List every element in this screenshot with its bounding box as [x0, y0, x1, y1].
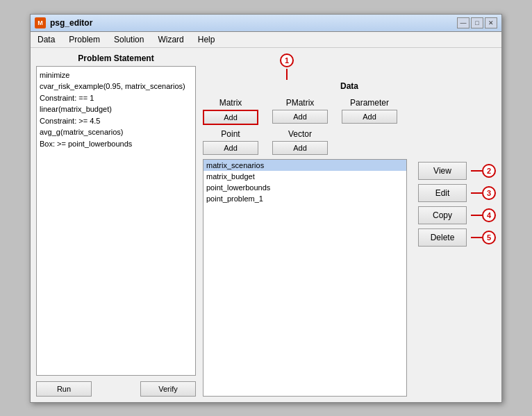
point-label: Point — [221, 129, 240, 139]
parameter-col: Parameter Add — [342, 98, 397, 125]
ps-line-3: Constraint: == 1 — [40, 92, 192, 104]
pmatrix-label: PMatrix — [286, 98, 315, 108]
matrix-label: Matrix — [219, 98, 242, 108]
window-controls: — □ ✕ — [457, 17, 497, 28]
content-area: Problem Statement minimize cvar_risk_exa… — [31, 48, 501, 402]
problem-statement-text: minimize cvar_risk_example(0.95, matrix_… — [36, 66, 196, 376]
close-button[interactable]: ✕ — [485, 17, 497, 28]
menu-wizard[interactable]: Wizard — [155, 33, 186, 46]
view-btn-wrap: View 2 — [418, 162, 496, 180]
parameter-label: Parameter — [350, 98, 389, 108]
point-vector-row: Point Add Vector Add — [203, 129, 496, 155]
callout-4-line-h — [471, 215, 482, 216]
copy-button[interactable]: Copy — [418, 206, 467, 224]
vector-add-button[interactable]: Add — [272, 141, 328, 155]
minimize-button[interactable]: — — [457, 17, 469, 28]
title-bar: M psg_editor — □ ✕ — [31, 15, 501, 32]
callout-1: 1 — [280, 53, 294, 67]
callout-4: 4 — [482, 208, 496, 222]
callout-2: 2 — [482, 164, 496, 178]
point-add-button[interactable]: Add — [203, 141, 258, 155]
main-window: M psg_editor — □ ✕ Data Problem Solution… — [30, 14, 502, 403]
menu-help[interactable]: Help — [195, 33, 218, 46]
view-button[interactable]: View — [418, 162, 467, 180]
matrix-col: Matrix Add — [203, 98, 258, 125]
callout-3: 3 — [482, 186, 496, 200]
action-buttons: View 2 Edit 3 Copy — [418, 159, 496, 397]
list-item[interactable]: point_problem_1 — [203, 193, 406, 204]
menu-solution[interactable]: Solution — [111, 33, 147, 46]
callout-3-line-h — [471, 192, 482, 194]
list-item[interactable]: point_lowerbounds — [203, 182, 406, 193]
menu-problem[interactable]: Problem — [66, 33, 103, 46]
ps-line-4: linear(matrix_budget) — [40, 103, 192, 115]
window-title: psg_editor — [50, 18, 92, 28]
callout-5-line-h — [471, 237, 482, 238]
copy-btn-wrap: Copy 4 — [418, 206, 496, 224]
ps-line-2: cvar_risk_example(0.95, matrix_scenarios… — [40, 81, 192, 92]
verify-button[interactable]: Verify — [140, 381, 196, 397]
vector-col: Vector Add — [272, 129, 328, 155]
right-panel: 1 Data Matrix Add PMatrix Add — [203, 53, 496, 397]
pmatrix-add-button[interactable]: Add — [272, 110, 328, 124]
data-list-box[interactable]: matrix_scenarios matrix_budget point_low… — [203, 159, 407, 397]
title-bar-left: M psg_editor — [35, 17, 92, 28]
list-item[interactable]: matrix_budget — [203, 171, 406, 182]
maximize-button[interactable]: □ — [471, 17, 483, 28]
problem-statement-title: Problem Statement — [36, 53, 196, 63]
data-title: Data — [340, 81, 358, 91]
edit-button[interactable]: Edit — [418, 184, 467, 202]
ps-line-7: Box: >= point_lowerbounds — [40, 138, 192, 150]
point-col: Point Add — [203, 129, 258, 155]
vector-label: Vector — [288, 129, 312, 139]
pmatrix-col: PMatrix Add — [272, 98, 328, 125]
callout-1-line — [286, 69, 288, 80]
left-panel: Problem Statement minimize cvar_risk_exa… — [36, 53, 196, 397]
list-area: matrix_scenarios matrix_budget point_low… — [203, 159, 496, 397]
menu-data[interactable]: Data — [35, 33, 58, 46]
delete-button[interactable]: Delete — [418, 228, 467, 247]
ps-line-1: minimize — [40, 69, 192, 81]
data-buttons-row: Matrix Add PMatrix Add Parameter Add — [203, 98, 496, 125]
menu-bar: Data Problem Solution Wizard Help — [31, 32, 501, 48]
callout-5: 5 — [482, 231, 496, 244]
matrix-add-button[interactable]: Add — [203, 110, 258, 125]
callout-2-line-h — [471, 170, 482, 172]
parameter-add-button[interactable]: Add — [342, 110, 397, 124]
list-item[interactable]: matrix_scenarios — [203, 160, 406, 171]
run-button[interactable]: Run — [36, 381, 92, 397]
edit-btn-wrap: Edit 3 — [418, 184, 496, 202]
data-section: 1 Data Matrix Add PMatrix Add — [203, 53, 496, 159]
ps-line-6: avg_g(matrix_scenarios) — [40, 126, 192, 138]
delete-btn-wrap: Delete 5 — [418, 228, 496, 247]
bottom-buttons: Run Verify — [36, 381, 196, 397]
app-icon: M — [35, 17, 46, 28]
ps-line-5: Constraint: >= 4.5 — [40, 115, 192, 127]
